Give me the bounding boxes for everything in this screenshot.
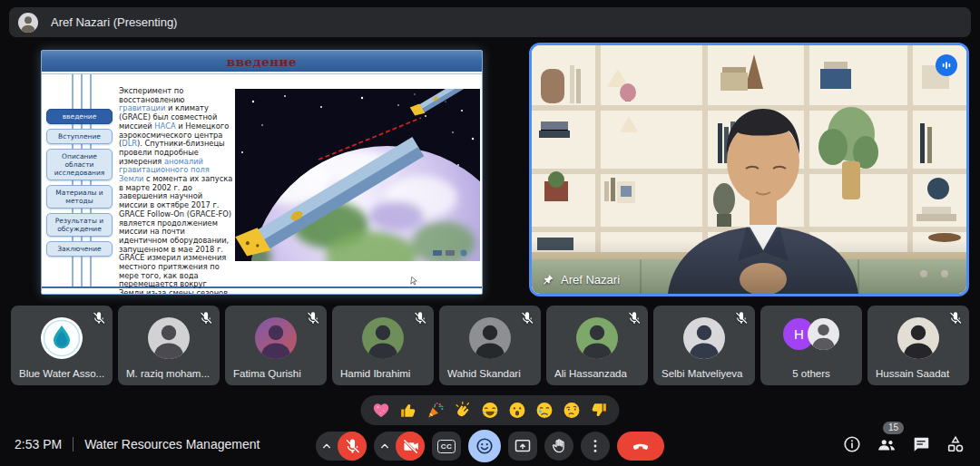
meeting-details-button[interactable] (840, 432, 864, 456)
participant-name: M. raziq moham... (126, 368, 211, 379)
presenter-cursor-icon (409, 276, 419, 286)
mic-off-icon (520, 311, 534, 325)
participant-name: Blue Water Asso... (19, 368, 104, 379)
slide-footer-rule (42, 286, 482, 288)
mic-off-icon (627, 311, 642, 325)
slide-nav-item[interactable]: введение (46, 109, 113, 124)
slide-nav-item[interactable]: Описание области исследования (46, 149, 113, 180)
group-avatars: H (783, 318, 839, 351)
participant-tile[interactable]: Fatima Qurishi (225, 306, 327, 385)
reaction-open-mouth-icon[interactable] (508, 401, 527, 420)
reaction-thumbs-down-icon[interactable] (590, 401, 609, 420)
video-name-label: Aref Nazari (541, 273, 620, 286)
slide-nav-item[interactable]: Материалы и методы (46, 185, 113, 209)
participant-tile[interactable]: Hamid Ibrahimi (332, 306, 434, 385)
reaction-party-popper-icon[interactable] (426, 401, 446, 420)
reaction-joy-icon[interactable] (481, 401, 500, 420)
participant-name: 5 others (769, 368, 854, 379)
meeting-info: 2:53 PM Water Resources Management (15, 422, 260, 466)
camera-options-chevron[interactable] (374, 432, 396, 461)
participant-name: Wahid Skandari (447, 368, 533, 379)
shared-presentation-slide[interactable]: введение введениеВступлениеОписание обла… (41, 50, 483, 295)
clock: 2:53 PM (15, 437, 62, 451)
participant-name: Fatima Qurishi (233, 368, 318, 379)
call-controls: CC (316, 430, 664, 462)
participant-name: Hamid Ibrahimi (340, 368, 426, 379)
mic-off-icon (199, 311, 213, 325)
mic-off-icon (948, 311, 963, 325)
presenter-bar[interactable]: Aref Nazari (Presenting) (9, 7, 971, 37)
participant-name: Hussain Saadat (876, 368, 961, 379)
speaker-video-tile[interactable]: Aref Nazari (529, 43, 969, 296)
reactions-button[interactable] (468, 430, 501, 462)
reaction-thinking-icon[interactable] (563, 401, 582, 420)
mic-mute-button[interactable] (338, 432, 367, 461)
activities-button[interactable] (944, 432, 967, 456)
presenter-bar-label: Aref Nazari (Presenting) (51, 15, 177, 29)
filmstrip: Blue Water Asso...M. raziq moham...Fatim… (0, 306, 980, 385)
slide-hyperlink[interactable]: НАСА (154, 121, 175, 131)
presenter-avatar (18, 13, 38, 33)
slide-body-text: Эксперимент по восстановлению гравитации… (119, 87, 233, 295)
participant-count-badge: 15 (883, 422, 904, 434)
avatar (255, 317, 297, 359)
participant-name: Ali Hassanzada (554, 368, 640, 379)
participant-tile[interactable]: Selbi Matveliyeva (653, 306, 755, 385)
mic-off-icon (306, 311, 320, 325)
participant-tile[interactable]: H5 others (760, 306, 862, 385)
participant-tile[interactable]: M. raziq moham... (118, 306, 220, 385)
slide-nav-item[interactable]: Заключение (46, 241, 113, 257)
avatar (683, 317, 725, 359)
reaction-sparkling-heart-icon[interactable] (372, 401, 391, 420)
avatar (576, 317, 618, 359)
end-call-button[interactable] (617, 432, 664, 461)
google-meet-window: Aref Nazari (Presenting) введение введен… (0, 0, 980, 466)
camera-control-group (374, 432, 425, 461)
captions-button[interactable]: CC (432, 432, 461, 461)
meeting-name: Water Resources Management (84, 437, 260, 451)
control-bar: 2:53 PM Water Resources Management (0, 422, 980, 466)
panel-controls: 15 (840, 422, 967, 466)
avatar (897, 317, 939, 359)
present-button[interactable] (508, 432, 537, 461)
more-options-button[interactable] (581, 432, 610, 461)
cc-icon: CC (437, 440, 456, 453)
avatar (41, 317, 83, 359)
avatar (148, 317, 190, 359)
slide-earth-satellite-image (235, 89, 480, 261)
participant-tile[interactable]: Ali Hassanzada (546, 306, 648, 385)
mic-options-chevron[interactable] (316, 432, 338, 461)
participant-tile[interactable]: Blue Water Asso... (11, 306, 113, 385)
participant-tile[interactable]: Hussain Saadat (867, 306, 969, 385)
slide-nav-item[interactable]: Вступление (46, 129, 113, 144)
reactions-bar (361, 395, 620, 425)
slide-text-run: Эксперимент по восстановлению (119, 86, 185, 104)
reaction-thumbs-up-icon[interactable] (399, 401, 418, 420)
people-panel-button[interactable]: 15 (875, 432, 898, 456)
mic-off-icon (92, 311, 106, 325)
slide-title: введение (227, 54, 297, 69)
avatar (469, 317, 511, 359)
camera-off-button[interactable] (396, 432, 425, 461)
raise-hand-button[interactable] (544, 432, 573, 461)
divider (73, 437, 74, 451)
reaction-clapping-hands-icon[interactable] (454, 401, 473, 420)
avatar (362, 317, 404, 359)
audio-level-indicator (936, 54, 957, 76)
slide-text-run: с момента их запуска в марте 2002 г. до … (119, 174, 232, 295)
slide-title-bar: введение (42, 51, 482, 72)
slide-nav: введениеВступлениеОписание области иссле… (46, 109, 113, 257)
participant-name: Selbi Matveliyeva (662, 368, 747, 379)
pin-icon (541, 273, 554, 286)
speaker-name: Aref Nazari (561, 273, 620, 286)
mic-off-icon (734, 311, 749, 325)
chat-panel-button[interactable] (909, 432, 933, 456)
slide-nav-item[interactable]: Результаты и обсуждение (46, 213, 113, 237)
participant-tile[interactable]: Wahid Skandari (439, 306, 541, 385)
mic-control-group (316, 432, 367, 461)
slide-hyperlink[interactable]: гравитации (119, 103, 165, 112)
avatar (808, 318, 839, 350)
mic-off-icon (413, 311, 427, 325)
slide-hyperlink[interactable]: DLR (122, 139, 137, 148)
reaction-crying-icon[interactable] (535, 401, 554, 420)
